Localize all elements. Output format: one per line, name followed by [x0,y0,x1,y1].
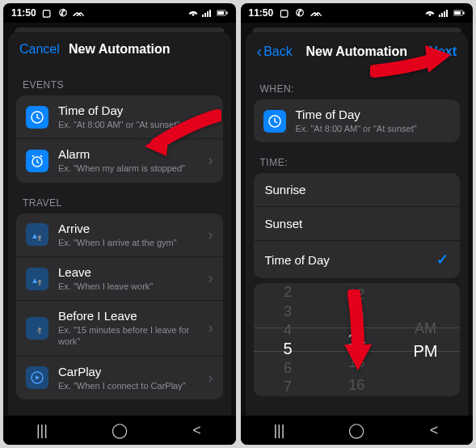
signal-icon [202,7,213,19]
chevron-left-icon: ‹ [257,42,263,61]
weather-icon: ᨏ [74,7,85,19]
picker-ampm-column[interactable]: AM PM [391,283,460,396]
svg-point-11 [38,328,41,331]
svg-point-9 [38,235,41,239]
events-header: EVENTS [8,65,231,95]
travel-carplay[interactable]: CarPlay Ex. "When I connect to CarPlay" … [16,357,223,399]
cell-subtitle: Ex. "When my alarm is stopped" [58,163,199,174]
wifi-icon [424,7,436,19]
back-button[interactable]: < [173,422,221,439]
cell-title: Arrive [58,222,199,236]
chevron-right-icon: › [209,319,213,336]
picker-hour-selected: 5 [284,340,293,358]
travel-header: TRAVEL [8,183,231,213]
weather-icon: ᨏ [310,7,322,19]
svg-rect-14 [441,13,443,17]
picker-minute-column[interactable]: 12 13 14 15 16 [322,283,391,396]
travel-leave[interactable]: Leave Ex. "When I leave work" › [16,257,223,300]
picker-hour-column[interactable]: 2 3 4 5 6 7 [254,283,322,396]
cell-title: Time of Day [296,108,451,122]
travel-arrive[interactable]: Arrive Ex. "When I arrive at the gym" › [16,213,223,256]
wifi-icon [187,7,199,19]
whatsapp-icon: ✆ [57,7,69,19]
option-sunrise[interactable]: Sunrise [254,173,461,206]
chevron-right-icon: › [209,108,213,125]
svg-rect-2 [207,11,209,17]
cell-subtitle: Ex. "15 minutes before I leave for work" [58,324,199,348]
cell-subtitle: Ex. "When I leave work" [58,281,199,292]
option-time-of-day[interactable]: Time of Day ✓ [254,241,461,278]
image-icon: ▢ [41,7,53,19]
clock-icon [263,110,286,133]
recents-button[interactable]: ||| [255,422,303,439]
svg-rect-13 [439,15,440,17]
cell-title: Alarm [58,147,199,162]
cell-subtitle: Ex. "At 8:00 AM" or "At sunset" [58,119,199,130]
chevron-right-icon: › [209,370,213,387]
next-button[interactable]: Next [408,44,457,59]
when-time-of-day: Time of Day Ex. "At 8:00 AM" or "At suns… [254,99,461,142]
nav-bar: Cancel New Automation [8,32,231,65]
svg-rect-3 [209,10,211,17]
before-leave-icon [26,317,48,340]
travel-before-leave[interactable]: Before I Leave Ex. "15 minutes before I … [16,301,223,356]
back-button[interactable]: ‹ Back [257,42,305,61]
modal-sheet: ‹ Back New Automation Next WHEN: Time of… [246,32,469,416]
svg-rect-5 [217,11,224,15]
battery-icon [453,7,465,19]
cell-title: Time of Day [58,104,199,118]
events-list: Time of Day Ex. "At 8:00 AM" or "At suns… [8,95,231,183]
back-button[interactable]: < [410,422,458,439]
phone-left: 11:50 ▢ ✆ ᨏ Cancel New Automation [3,3,236,445]
svg-rect-18 [454,11,461,15]
svg-rect-19 [463,11,465,14]
svg-rect-6 [226,11,228,14]
android-nav-bar: ||| ◯ < [241,416,474,445]
leave-icon [26,268,48,290]
svg-rect-0 [202,15,204,17]
travel-list: Arrive Ex. "When I arrive at the gym" › … [8,213,231,399]
cell-subtitle: Ex. "At 8:00 AM" or "At sunset" [296,123,451,134]
nav-bar: ‹ Back New Automation Next [246,32,469,69]
whatsapp-icon: ✆ [294,7,305,19]
battery-icon [217,7,228,19]
cancel-button[interactable]: Cancel [19,42,68,57]
recents-button[interactable]: ||| [18,422,66,439]
chevron-right-icon: › [209,226,213,243]
image-icon: ▢ [278,7,289,19]
signal-icon [439,7,450,19]
option-sunset[interactable]: Sunset [254,207,461,240]
event-alarm[interactable]: Alarm Ex. "When my alarm is stopped" › [16,139,223,182]
home-button[interactable]: ◯ [95,421,144,439]
alarm-icon [26,150,48,172]
cell-subtitle: Ex. "When I connect to CarPlay" [58,380,199,391]
cell-title: CarPlay [58,365,199,379]
picker-ampm-selected: PM [413,340,437,362]
arrive-icon [26,223,48,246]
home-button[interactable]: ◯ [332,421,381,439]
picker-minute-selected: 14 [348,328,365,351]
time-picker[interactable]: 2 3 4 5 6 7 12 13 14 15 16 [254,283,461,396]
modal-sheet: Cancel New Automation EVENTS Time of Day… [8,32,231,416]
phone-right: 11:50 ▢ ✆ ᨏ ‹ Back New Automa [241,3,474,445]
cell-title: Before I Leave [58,309,199,323]
page-title: New Automation [305,44,409,59]
android-nav-bar: ||| ◯ < [3,416,236,445]
event-time-of-day[interactable]: Time of Day Ex. "At 8:00 AM" or "At suns… [16,95,223,138]
when-header: WHEN: [246,69,469,99]
status-bar: 11:50 ▢ ✆ ᨏ [241,3,474,23]
cell-subtitle: Ex. "When I arrive at the gym" [58,237,199,248]
status-bar: 11:50 ▢ ✆ ᨏ [3,3,236,23]
svg-point-10 [38,280,41,283]
status-time: 11:50 [249,7,274,19]
chevron-right-icon: › [209,152,213,169]
time-header: TIME: [246,142,469,173]
cell-title: Leave [58,265,199,280]
status-time: 11:50 [11,7,36,19]
svg-rect-1 [204,13,206,17]
when-list: Time of Day Ex. "At 8:00 AM" or "At suns… [246,99,469,142]
svg-rect-16 [446,10,448,17]
page-title: New Automation [68,42,171,57]
clock-icon [26,106,48,129]
checkmark-icon: ✓ [436,251,449,268]
